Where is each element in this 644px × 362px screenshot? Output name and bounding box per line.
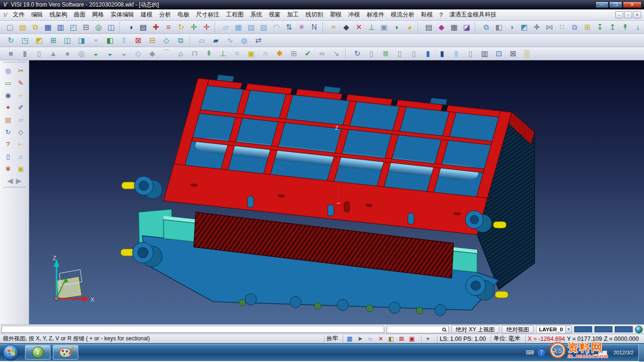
- absolute-view-button[interactable]: 绝对视图: [502, 325, 534, 333]
- visibility-tools-icon[interactable]: ✚: [149, 21, 162, 33]
- pin-coil-icon[interactable]: ▥: [478, 48, 492, 60]
- surface-star-icon[interactable]: ✳: [295, 21, 308, 33]
- copy-icon[interactable]: ⧉: [568, 21, 581, 33]
- swap-order-icon[interactable]: ⇄: [251, 34, 265, 47]
- primitive-torus-icon[interactable]: ◎: [74, 48, 89, 60]
- search-input[interactable]: [387, 327, 442, 332]
- approve-check-icon[interactable]: ✔: [301, 48, 315, 60]
- delete-entity-icon[interactable]: ▯: [2, 151, 15, 162]
- tools-group-icon[interactable]: ✱: [2, 163, 15, 174]
- search-box[interactable]: [387, 326, 449, 333]
- zoom-select-icon[interactable]: ◎: [2, 65, 15, 76]
- panel-grip-bottom[interactable]: [3, 187, 25, 189]
- command-input[interactable]: [1, 326, 384, 333]
- start-button[interactable]: [3, 345, 19, 361]
- stock-block-icon[interactable]: ▤: [422, 21, 435, 33]
- solid-rotate-icon[interactable]: ↻: [4, 34, 18, 47]
- measure-icon[interactable]: ⊢: [15, 139, 27, 150]
- hole-countersink-icon[interactable]: ▯: [407, 48, 421, 60]
- menu-item[interactable]: 潇洒五金模具科技: [446, 9, 500, 20]
- frame-select-icon[interactable]: ▭: [2, 77, 15, 89]
- primitive-cone-icon[interactable]: ▲: [46, 48, 60, 60]
- drop-tool-teal-icon[interactable]: ◒: [103, 48, 117, 60]
- menu-item[interactable]: 网格: [89, 9, 107, 20]
- history-forward-icon[interactable]: ▶: [16, 176, 22, 185]
- hole-counterbore-icon[interactable]: ▯: [393, 48, 407, 60]
- redraw-view-icon[interactable]: ◑: [124, 21, 137, 33]
- menu-item[interactable]: 线切割: [302, 9, 327, 20]
- surface-plane-icon[interactable]: ▱: [220, 21, 232, 33]
- block-analysis-icon[interactable]: ◆: [340, 21, 353, 33]
- delete-face-icon[interactable]: ✕: [353, 21, 365, 33]
- curvature-map-icon[interactable]: ◕: [403, 21, 416, 33]
- work-plane-icon[interactable]: ▱: [15, 114, 27, 125]
- insert-pin-icon[interactable]: ↟: [619, 21, 632, 33]
- shade-box-icon[interactable]: ◩: [518, 21, 530, 33]
- chest-tool-icon[interactable]: ⌂: [173, 48, 188, 60]
- half-section-icon[interactable]: ◧: [493, 21, 505, 33]
- select-region-icon[interactable]: ▒: [520, 48, 534, 60]
- solid-wire-icon[interactable]: ◇: [159, 34, 173, 47]
- zoom-settings-icon[interactable]: ◉: [2, 90, 15, 101]
- copy-solid-icon[interactable]: ⧉: [480, 21, 493, 33]
- print-preview-icon[interactable]: ◎: [92, 21, 105, 33]
- save-model-icon[interactable]: ◰: [67, 21, 80, 33]
- surface-lift-icon[interactable]: ⇧: [117, 34, 131, 47]
- target-box-icon[interactable]: ▣: [244, 48, 258, 60]
- menu-item[interactable]: 建模: [138, 9, 156, 20]
- help-query-icon[interactable]: ?: [2, 139, 15, 150]
- hole-threaded-icon[interactable]: ≣: [379, 48, 393, 60]
- mold-3d-model[interactable]: Z Z X: [29, 60, 644, 324]
- cage-edit-icon[interactable]: ⌗: [230, 48, 244, 60]
- link-solids-icon[interactable]: ⋈: [543, 21, 556, 33]
- magenta-solid-icon[interactable]: ◆: [435, 21, 448, 33]
- pin-white-icon[interactable]: ▯: [463, 48, 478, 60]
- sketch-wire-icon[interactable]: ✐: [15, 102, 27, 113]
- solid-delete-icon[interactable]: ⊠: [131, 34, 145, 47]
- show-desktop-button[interactable]: [638, 344, 644, 362]
- open-file-icon[interactable]: ▤: [17, 21, 29, 33]
- hole-plain-icon[interactable]: ▯: [364, 48, 379, 60]
- menu-item[interactable]: 线架构: [46, 9, 71, 20]
- axes-up-icon[interactable]: ⇞: [202, 48, 216, 60]
- layer-color-swatch-2[interactable]: [594, 326, 612, 332]
- pin-light-icon[interactable]: ▮: [449, 48, 463, 60]
- surface-n-icon[interactable]: N: [308, 21, 321, 33]
- box-delete-icon[interactable]: ⊠: [397, 335, 406, 342]
- paste-icon[interactable]: ⊞: [581, 21, 594, 33]
- smooth-surface-icon[interactable]: ◗: [390, 21, 403, 33]
- solid-base-icon[interactable]: ◩: [32, 34, 46, 47]
- mesh-sphere-icon[interactable]: ◍: [237, 34, 251, 47]
- remove-visible-icon[interactable]: ✛: [200, 21, 213, 33]
- surface-patch-icon[interactable]: ▨: [245, 21, 257, 33]
- primitive-block-icon[interactable]: ▯: [32, 48, 46, 60]
- pin-settings-icon[interactable]: ⊠: [506, 48, 520, 60]
- layer-combo[interactable]: LAYER_0 ▾: [536, 325, 572, 333]
- solid-sheet-icon[interactable]: ⊞: [46, 34, 60, 47]
- surface-wave-icon[interactable]: ∿: [223, 34, 237, 47]
- menu-item[interactable]: 鞋模: [418, 9, 436, 20]
- link-small-icon[interactable]: ∞: [315, 48, 329, 60]
- new-file-icon[interactable]: ▢: [4, 21, 17, 33]
- solid-shell-icon[interactable]: ◫: [60, 34, 74, 47]
- drop-tool-green-icon[interactable]: ◒: [89, 48, 103, 60]
- solid-snap-icon[interactable]: ◧: [387, 335, 396, 342]
- transform-icon[interactable]: ✚: [530, 21, 543, 33]
- traffic-light-icon[interactable]: ≡: [162, 21, 175, 33]
- menu-item[interactable]: 实体编辑: [107, 9, 138, 20]
- plane-dark-icon[interactable]: ▰: [209, 34, 223, 47]
- menu-item[interactable]: 视窗: [265, 9, 284, 20]
- clamp-tool-icon[interactable]: ⊥: [365, 21, 378, 33]
- cube-solid-icon[interactable]: ◆: [145, 48, 159, 60]
- globe-icon[interactable]: [635, 326, 643, 333]
- menu-item[interactable]: 模流分析: [388, 9, 418, 20]
- panel-grip[interactable]: [3, 62, 25, 64]
- close-button[interactable]: ✕: [623, 1, 642, 8]
- place-face-icon[interactable]: ↓: [631, 21, 644, 33]
- show-hidden-icons[interactable]: ▴: [560, 349, 568, 356]
- window-stack-icon[interactable]: ⧉: [549, 349, 556, 356]
- delete-mode-icon[interactable]: ✕: [377, 335, 385, 342]
- mdi-restore-button[interactable]: ▫: [624, 11, 632, 18]
- pin-dark-icon[interactable]: ▮: [435, 48, 449, 60]
- taskbar-app-paint[interactable]: [53, 345, 78, 360]
